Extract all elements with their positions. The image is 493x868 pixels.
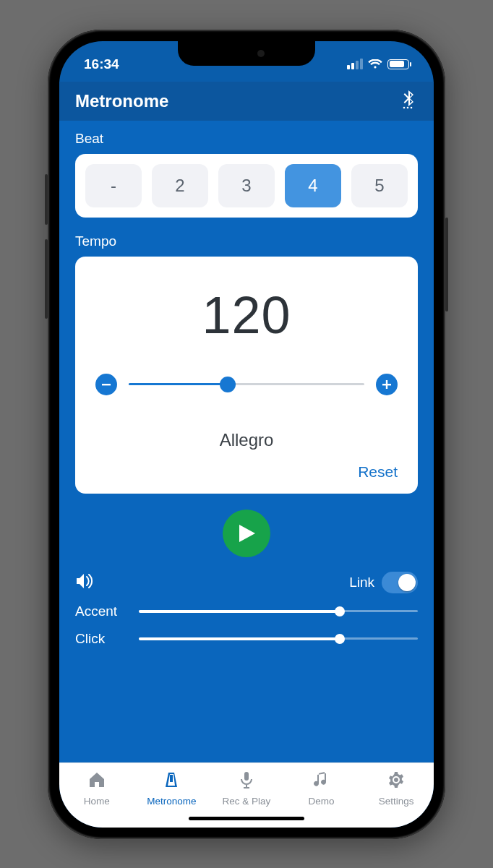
- tempo-name: Allegro: [220, 430, 274, 450]
- click-label: Click: [75, 631, 126, 647]
- tempo-increment-button[interactable]: [376, 374, 398, 395]
- bluetooth-icon[interactable]: [400, 90, 418, 113]
- music-note-icon: [312, 770, 331, 791]
- reset-button[interactable]: Reset: [358, 463, 398, 481]
- wifi-icon: [368, 59, 382, 69]
- beat-option-5[interactable]: 5: [351, 164, 408, 207]
- tempo-card: 120 Allegro Reset: [75, 257, 418, 494]
- click-row: Click: [75, 631, 418, 647]
- tempo-slider-row: [95, 374, 398, 395]
- play-button[interactable]: [223, 510, 270, 557]
- tempo-slider-thumb[interactable]: [220, 377, 236, 392]
- tempo-decrement-button[interactable]: [95, 374, 117, 395]
- phone-frame: 16:34 Metronome Beat - 2: [48, 30, 445, 839]
- cellular-icon: [347, 59, 363, 69]
- volume-header: Link: [75, 572, 418, 593]
- battery-icon: [387, 59, 409, 69]
- svg-point-1: [407, 106, 409, 108]
- tab-label: Settings: [379, 796, 414, 807]
- beat-option-4[interactable]: 4: [285, 164, 341, 207]
- click-slider[interactable]: [139, 637, 418, 640]
- beat-option-3[interactable]: 3: [218, 164, 275, 207]
- click-thumb[interactable]: [335, 634, 345, 644]
- svg-rect-3: [102, 384, 111, 385]
- svg-rect-5: [386, 380, 387, 389]
- svg-point-0: [403, 106, 406, 108]
- beat-option-2[interactable]: 2: [152, 164, 208, 207]
- tab-settings[interactable]: Settings: [359, 770, 434, 828]
- svg-rect-7: [244, 772, 249, 781]
- screen: 16:34 Metronome Beat - 2: [59, 41, 434, 828]
- accent-label: Accent: [75, 603, 126, 619]
- status-time: 16:34: [84, 56, 119, 72]
- status-indicators: [347, 59, 409, 69]
- tempo-label: Tempo: [75, 233, 418, 249]
- beat-option-none[interactable]: -: [85, 164, 142, 207]
- content: Beat - 2 3 4 5 Tempo 120: [59, 121, 434, 762]
- svg-rect-6: [170, 775, 173, 782]
- home-indicator[interactable]: [189, 817, 304, 820]
- notch: [178, 41, 315, 66]
- link-toggle[interactable]: [382, 572, 418, 593]
- tempo-slider[interactable]: [129, 383, 364, 385]
- tempo-value: 120: [202, 285, 291, 345]
- home-icon: [87, 770, 106, 791]
- tab-label: Rec & Play: [223, 796, 271, 807]
- beat-selector: - 2 3 4 5: [75, 154, 418, 218]
- app-header: Metronome: [59, 82, 434, 121]
- beat-label: Beat: [75, 131, 418, 147]
- accent-thumb[interactable]: [335, 606, 345, 616]
- tab-label: Demo: [309, 796, 335, 807]
- page-title: Metronome: [75, 91, 168, 111]
- tab-label: Metronome: [147, 796, 196, 807]
- metronome-icon: [162, 770, 181, 791]
- tab-label: Home: [84, 796, 110, 807]
- speaker-icon: [75, 572, 95, 593]
- microphone-icon: [237, 770, 256, 791]
- accent-row: Accent: [75, 603, 418, 619]
- accent-slider[interactable]: [139, 610, 418, 612]
- gear-icon: [387, 770, 406, 791]
- svg-point-2: [411, 106, 413, 108]
- tab-home[interactable]: Home: [59, 770, 134, 828]
- link-label: Link: [349, 575, 374, 590]
